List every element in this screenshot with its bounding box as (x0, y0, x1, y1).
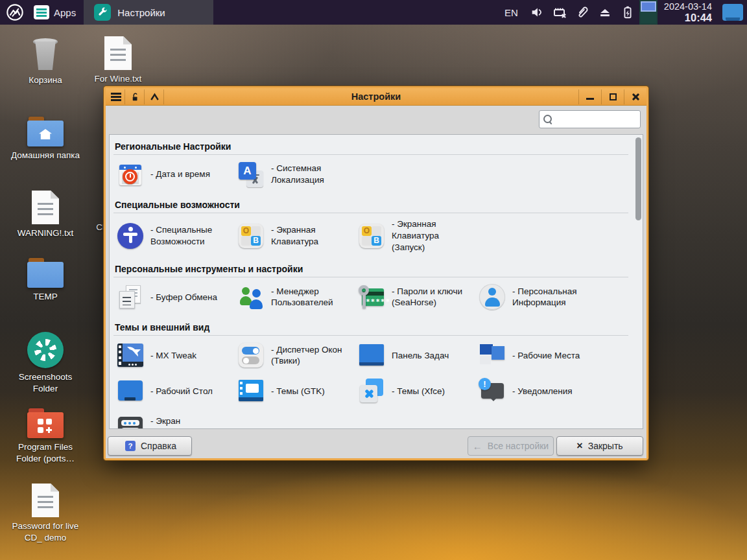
folder-icon (27, 258, 64, 288)
desktop-icon-label: Password for live CD_ demo (10, 520, 81, 544)
gtk-theme-icon (237, 377, 265, 405)
settings-item[interactable]: - Экран Приветствия (113, 412, 234, 429)
settings-item[interactable]: - Рабочий Стол (113, 376, 234, 406)
apps-menu-icon (34, 5, 49, 19)
close-x-icon: × (576, 441, 582, 451)
welcome-screen-icon (116, 412, 145, 429)
settings-item[interactable]: - Пароли и ключи (SeaHorse) (355, 282, 475, 312)
trash-icon (30, 36, 60, 71)
section-items: - Буфер Обмена- Менеджер Пользователей- … (113, 279, 628, 313)
all-settings-button[interactable]: ← Все настройки (468, 436, 554, 456)
keys-icon (357, 283, 386, 311)
desktop-icon[interactable]: Program Files Folder (ports… (10, 408, 81, 465)
xfce-theme-icon (357, 377, 386, 405)
workspace-2[interactable] (641, 12, 656, 23)
close-icon (632, 93, 640, 101)
maximize-button[interactable] (601, 89, 624, 104)
settings-item-label: - Системная Локализация (271, 163, 350, 186)
settings-item[interactable]: - Темы (GTK) (234, 376, 355, 406)
locale-icon (237, 160, 265, 189)
section-title: Темы и внешний вид (113, 319, 628, 336)
desktop-icon-label: Домашняя папка (11, 150, 80, 161)
taskbar-window-label: Настройки (117, 7, 165, 18)
up-button[interactable] (146, 89, 164, 104)
titlebar[interactable]: Настройки (106, 88, 646, 106)
section-title: Специальные возможности (113, 196, 628, 213)
settings-sections: Региональные Настройки- Дата и время- Си… (110, 135, 643, 429)
settings-item-label: - Уведомления (512, 386, 573, 397)
settings-item[interactable]: - Диспетчер Окон (Твики) (234, 340, 355, 370)
settings-item[interactable]: - Системная Локализация (234, 159, 355, 189)
desktop-icon[interactable]: Password for live CD_ demo (10, 484, 81, 544)
desktop-icon[interactable]: For Wine.txt (82, 36, 154, 85)
settings-item[interactable]: - Менеджер Пользователей (234, 282, 355, 312)
window-menu-button[interactable] (107, 89, 125, 104)
desktop-icon[interactable]: TEMP (10, 258, 81, 303)
settings-item[interactable]: - Экранная Клавиатура (Запуск) (355, 218, 475, 253)
settings-item-label: - Дата и время (150, 169, 210, 180)
workspace-pager[interactable] (639, 0, 658, 25)
desktop-icon[interactable]: Домашняя папка (10, 117, 81, 161)
settings-item[interactable]: - Уведомления (475, 376, 596, 406)
network-disconnected-icon[interactable] (549, 5, 571, 20)
clock[interactable]: 2024-03-14 10:44 (658, 1, 718, 24)
volume-icon[interactable] (526, 5, 549, 19)
toggles-icon (237, 341, 265, 369)
minimize-button[interactable] (578, 89, 601, 104)
personal-info-icon (478, 283, 506, 311)
settings-list[interactable]: Региональные Настройки- Дата и время- Си… (109, 134, 643, 429)
datetime-icon (116, 160, 145, 189)
scrollbar-thumb[interactable] (635, 137, 641, 220)
settings-item[interactable]: - Персональная Информация (475, 282, 596, 312)
settings-item-label: - Рабочий Стол (150, 386, 213, 397)
lock-button[interactable] (126, 89, 145, 104)
desktop-screen-icon (116, 377, 145, 405)
keyboard-layout-indicator[interactable]: EN (497, 7, 526, 18)
close-button[interactable] (624, 89, 646, 104)
help-button[interactable]: ? Справка (108, 436, 192, 456)
settings-item[interactable]: - Буфер Обмена (113, 282, 234, 312)
mx-linux-logo[interactable] (0, 0, 30, 25)
settings-item[interactable]: Панель Задач (355, 340, 475, 370)
desktop-icon[interactable]: Screenshoots Folder (10, 332, 81, 395)
settings-item-label: - Диспетчер Окон (Твики) (271, 344, 350, 368)
system-tray: EN 2024-03-14 10:44 (497, 0, 747, 25)
settings-section: Специальные возможности- Специальные Воз… (113, 196, 628, 255)
text-file-icon (104, 36, 132, 70)
window-title: Настройки (106, 91, 646, 102)
taskbar-window-button[interactable]: Настройки (84, 0, 213, 25)
settings-item[interactable]: - Темы (Xfce) (355, 376, 475, 406)
settings-item[interactable]: - MX Tweak (113, 340, 234, 370)
home-folder-icon (27, 117, 64, 146)
desktop-icon-label: Program Files Folder (ports… (10, 441, 81, 465)
show-desktop-button[interactable] (718, 4, 747, 21)
apps-menu[interactable]: Apps (30, 0, 84, 25)
onscreen-keyboard-icon (357, 222, 386, 250)
workspace-1[interactable] (641, 1, 656, 12)
desktop-icon[interactable]: Корзина (10, 36, 81, 86)
close-dialog-button[interactable]: × Закрыть (556, 436, 643, 456)
maximize-icon (610, 93, 617, 100)
top-panel: Apps Настройки EN 2024-03-14 10:44 (0, 0, 747, 25)
battery-icon[interactable] (617, 5, 639, 19)
settings-item-label: - Персональная Информация (512, 286, 591, 309)
help-label: Справка (141, 441, 176, 451)
settings-item-label: - Пароли и ключи (SeaHorse) (392, 286, 471, 309)
settings-item[interactable]: - Рабочие Места (475, 340, 596, 370)
menu-icon (111, 96, 121, 98)
settings-item-label: - Рабочие Места (512, 350, 580, 362)
time-label: 10:44 (664, 12, 712, 23)
settings-section: Темы и внешний вид- MX Tweak- Диспетчер … (113, 319, 628, 429)
eject-icon[interactable] (594, 5, 617, 19)
settings-item[interactable]: - Экранная Клавиатура (234, 218, 355, 253)
clipboard-paperclip-icon[interactable] (571, 5, 594, 19)
search-box[interactable] (539, 110, 641, 128)
settings-item[interactable]: - Специальные Возможности (113, 218, 234, 253)
settings-item[interactable]: - Дата и время (113, 159, 234, 189)
close-label: Закрыть (588, 441, 623, 451)
settings-window: Настройки Региональные Настройки- Дата и… (104, 86, 648, 460)
workspaces-icon (478, 341, 506, 369)
settings-item-label: - Экран Приветствия (150, 415, 230, 429)
search-input[interactable] (556, 114, 636, 125)
search-icon (543, 115, 552, 124)
